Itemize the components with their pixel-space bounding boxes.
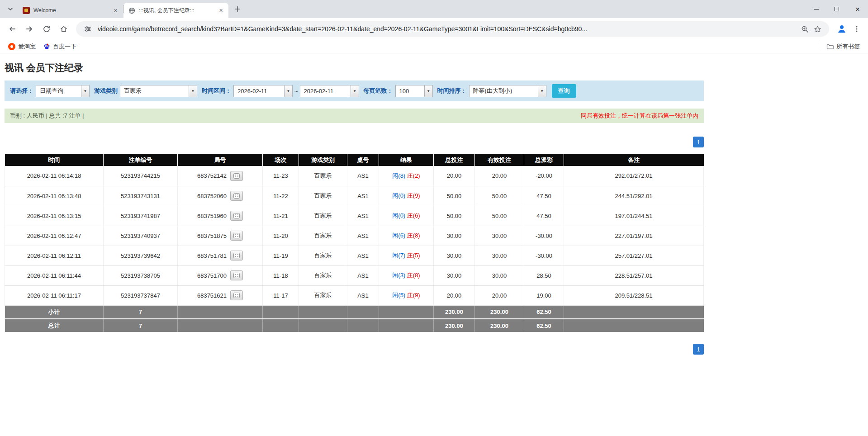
total-bet-cell: 30.00 — [434, 226, 475, 246]
time-cell: 2026-02-11 06:11:17 — [5, 285, 104, 305]
chevron-down-icon[interactable]: ▼ — [81, 85, 90, 97]
game-kind-select[interactable]: 百家乐 ▼ — [120, 85, 197, 97]
game-kind-value[interactable]: 百家乐 — [120, 85, 189, 97]
page-1-button[interactable]: 1 — [693, 137, 704, 147]
chevron-down-icon[interactable]: ▼ — [189, 85, 197, 97]
bookmark-star-icon[interactable] — [812, 24, 822, 34]
site-settings-icon[interactable] — [83, 24, 93, 34]
chevron-down-icon[interactable]: ▼ — [424, 85, 433, 97]
note-cell: 244.51/292.01 — [564, 186, 704, 206]
bet-id-cell: 523193739642 — [104, 246, 178, 265]
result-cell: 闲(5) 庄(9) — [379, 285, 434, 305]
valid-bet-cell: 30.00 — [475, 226, 524, 246]
profile-avatar[interactable] — [835, 23, 848, 35]
zoom-icon[interactable] — [800, 24, 810, 34]
round-detail-button[interactable] — [230, 290, 243, 300]
query-type-value[interactable]: 日期查询 — [36, 85, 81, 97]
bet-id-cell: 523193744215 — [104, 166, 178, 186]
reload-icon[interactable] — [39, 21, 54, 37]
tab-search-chevron-icon[interactable] — [5, 3, 16, 15]
search-button[interactable]: 查询 — [552, 84, 576, 98]
time-cell: 2026-02-11 06:12:11 — [5, 246, 104, 265]
total-valid-bet: 230.00 — [475, 319, 524, 332]
maximize-button[interactable] — [826, 0, 847, 18]
tab-close-icon[interactable]: × — [217, 7, 225, 14]
dice-icon — [233, 213, 240, 218]
dice-icon — [233, 233, 240, 238]
sort-select[interactable]: 降幂(由大到小) ▼ — [469, 85, 546, 97]
close-window-button[interactable]: × — [847, 0, 868, 18]
minimize-button[interactable] — [806, 0, 826, 18]
round-detail-button[interactable] — [230, 191, 243, 201]
result-player: 闲(3) — [392, 272, 405, 279]
col-note: 备注 — [564, 154, 704, 166]
table-row: 2026-02-11 06:14:18 523193744215 6837521… — [5, 166, 704, 186]
bet-id-cell: 523193737847 — [104, 285, 178, 305]
bets-table-body: 2026-02-11 06:14:18 523193744215 6837521… — [5, 166, 704, 305]
payout-cell: 19.00 — [524, 285, 564, 305]
round-number: 683751875 — [197, 232, 227, 239]
query-type-select[interactable]: 日期查询 ▼ — [36, 85, 90, 97]
result-player: 闲(7) — [392, 252, 405, 259]
tab-close-icon[interactable]: × — [112, 7, 119, 14]
bookmark-taobao[interactable]: 爱淘宝 — [5, 41, 39, 52]
bet-records-table-wrap: 时间 注单编号 局号 场次 游戏类别 桌号 结果 总投注 有效投注 总派彩 备注… — [5, 154, 704, 333]
round-cell: 683751875 — [178, 226, 263, 246]
round-detail-button[interactable] — [230, 251, 243, 261]
per-page-select[interactable]: 100 ▼ — [395, 85, 433, 97]
new-tab-button[interactable] — [231, 3, 244, 15]
round-detail-button[interactable] — [230, 270, 243, 280]
round-cell: 683751621 — [178, 285, 263, 305]
tab-title: :::视讯, 会员下注纪录::: — [139, 7, 214, 14]
url-text[interactable]: videoie.com/game/betrecord_search/kind3?… — [98, 25, 795, 33]
round-detail-button[interactable] — [230, 231, 243, 241]
address-bar[interactable]: videoie.com/game/betrecord_search/kind3?… — [76, 21, 829, 37]
round-detail-button[interactable] — [230, 171, 243, 181]
table-cell: AS1 — [347, 265, 379, 285]
chevron-down-icon[interactable]: ▼ — [351, 85, 359, 97]
result-player: 闲(0) — [392, 192, 405, 199]
empty-cell — [379, 305, 434, 319]
payout-cell: -30.00 — [524, 246, 564, 265]
round-number: 683751700 — [197, 272, 227, 279]
filter-bar: 请选择： 日期查询 ▼ 游戏类别 百家乐 ▼ 时间区间： 2026-02-11 … — [5, 81, 704, 101]
result-player: 闲(0) — [392, 212, 405, 219]
chevron-down-icon[interactable]: ▼ — [284, 85, 293, 97]
all-bookmarks-button[interactable]: 所有书签 — [823, 41, 863, 52]
session-cell: 11-19 — [263, 246, 299, 265]
empty-cell — [564, 305, 704, 319]
date-end-value[interactable]: 2026-02-11 — [300, 85, 351, 97]
bookmarks-divider — [818, 43, 818, 50]
result-banker: 庄(5) — [407, 252, 420, 259]
tab-welcome[interactable]: Welcome × — [18, 3, 123, 18]
round-cell: 683751700 — [178, 265, 263, 285]
result-banker: 庄(9) — [407, 292, 420, 299]
back-icon[interactable] — [5, 21, 20, 37]
col-table: 桌号 — [347, 154, 379, 166]
subtotal-row: 小计 7 230.00 230.00 62.50 — [5, 305, 704, 319]
tab-betrecord[interactable]: :::视讯, 会员下注纪录::: × — [123, 3, 228, 18]
valid-bet-cell: 30.00 — [475, 246, 524, 265]
chevron-down-icon[interactable]: ▼ — [538, 85, 546, 97]
table-cell: AS1 — [347, 206, 379, 226]
date-start-value[interactable]: 2026-02-11 — [233, 85, 284, 97]
round-detail-button[interactable] — [230, 211, 243, 221]
note-cell: 227.01/197.01 — [564, 226, 704, 246]
total-bet-cell: 20.00 — [434, 166, 475, 186]
subtotal-total-bet: 230.00 — [434, 305, 475, 319]
pagination-bottom: 1 — [5, 344, 704, 355]
browser-menu-icon[interactable] — [851, 23, 863, 35]
forward-icon[interactable] — [22, 21, 37, 37]
sort-value[interactable]: 降幂(由大到小) — [469, 85, 538, 97]
page-1-button[interactable]: 1 — [693, 344, 704, 355]
date-end-select[interactable]: 2026-02-11 ▼ — [300, 85, 359, 97]
home-icon[interactable] — [56, 21, 71, 37]
valid-bet-cell: 50.00 — [475, 186, 524, 206]
col-session: 场次 — [263, 154, 299, 166]
col-time: 时间 — [5, 154, 104, 166]
bookmark-baidu[interactable]: 百度一下 — [39, 41, 80, 52]
per-page-value[interactable]: 100 — [395, 85, 424, 97]
session-cell: 11-18 — [263, 265, 299, 285]
date-range-label: 时间区间： — [202, 87, 231, 95]
date-start-select[interactable]: 2026-02-11 ▼ — [233, 85, 293, 97]
